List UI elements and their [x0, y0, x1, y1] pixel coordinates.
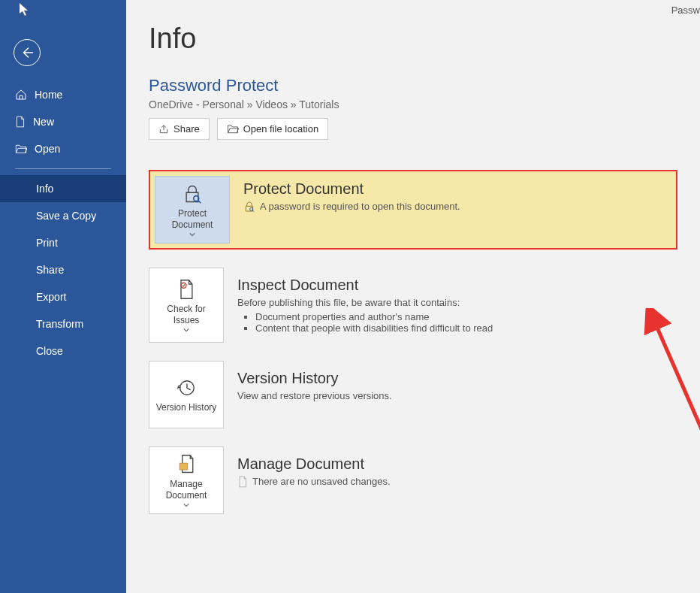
inspect-bullet: Document properties and author's name	[255, 311, 664, 322]
document-small-icon	[237, 476, 248, 488]
tile-label: Version History	[156, 402, 217, 413]
nav-label: New	[33, 116, 54, 128]
open-file-location-button[interactable]: Open file location	[217, 118, 328, 140]
version-history-section: Version History Version History View and…	[149, 361, 677, 428]
nav-new[interactable]: New	[0, 108, 126, 135]
nav-label: Print	[36, 237, 58, 249]
open-folder-icon	[15, 144, 27, 154]
lock-key-icon	[182, 183, 203, 205]
new-doc-icon	[15, 116, 26, 128]
button-label: Open file location	[243, 123, 318, 135]
nav-print[interactable]: Print	[0, 229, 126, 256]
button-label: Share	[173, 123, 200, 135]
chevron-down-icon	[183, 328, 189, 332]
nav-label: Export	[36, 291, 66, 303]
breadcrumb: OneDrive - Personal » Videos » Tutorials	[149, 98, 677, 110]
svg-rect-4	[180, 463, 188, 470]
title-text-fragment: Passw	[671, 5, 700, 16]
version-title: Version History	[237, 370, 664, 387]
back-button[interactable]	[14, 39, 41, 66]
chevron-down-icon	[183, 503, 189, 507]
nav-home[interactable]: Home	[0, 81, 126, 108]
manage-desc: There are no unsaved changes.	[252, 476, 391, 487]
inspect-bullet: Content that people with disabilities fi…	[255, 322, 664, 334]
document-folder-icon	[177, 453, 196, 476]
nav-open[interactable]: Open	[0, 135, 126, 162]
nav-save-a-copy[interactable]: Save a Copy	[0, 202, 126, 229]
protect-document-section: Protect Document Protect Document A pass…	[149, 170, 677, 250]
backstage-sidebar: Home New Open Info Save a Copy Print Sha…	[0, 0, 126, 593]
svg-line-5	[652, 316, 700, 556]
nav-label: Open	[35, 143, 60, 155]
manage-document-tile[interactable]: Manage Document	[149, 446, 224, 514]
nav-export[interactable]: Export	[0, 283, 126, 310]
tile-label: Manage Document	[154, 479, 219, 501]
chevron-down-icon	[189, 232, 195, 237]
nav-info[interactable]: Info	[0, 175, 126, 202]
share-icon	[158, 124, 169, 135]
arrow-left-icon	[20, 46, 34, 59]
history-icon	[177, 377, 196, 399]
version-desc: View and restore previous versions.	[237, 390, 392, 401]
tile-label: Check for Issues	[154, 304, 219, 326]
inspect-lead: Before publishing this file, be aware th…	[237, 297, 460, 308]
nav-close[interactable]: Close	[0, 337, 126, 365]
version-history-tile[interactable]: Version History	[149, 361, 224, 428]
protect-title: Protect Document	[243, 180, 662, 198]
document-check-icon	[177, 278, 196, 301]
manage-document-section: Manage Document Manage Document There ar…	[149, 446, 677, 514]
nav-label: Save a Copy	[36, 210, 96, 222]
nav-share[interactable]: Share	[0, 256, 126, 283]
protect-document-tile[interactable]: Protect Document	[155, 176, 230, 244]
nav-label: Home	[35, 89, 62, 101]
tile-label: Protect Document	[160, 208, 225, 231]
nav-separator	[15, 168, 111, 169]
lock-small-icon	[243, 201, 255, 213]
nav-label: Transform	[36, 318, 83, 330]
nav-transform[interactable]: Transform	[0, 310, 126, 337]
nav-label: Share	[36, 264, 64, 276]
document-title: Password Protect	[149, 76, 677, 95]
nav-label: Info	[36, 183, 53, 195]
protect-desc: A password is required to open this docu…	[260, 201, 460, 212]
inspect-title: Inspect Document	[237, 277, 664, 294]
check-for-issues-tile[interactable]: Check for Issues	[149, 268, 224, 343]
annotation-arrow-icon	[637, 308, 700, 571]
page-title: Info	[149, 23, 677, 55]
nav-label: Close	[36, 345, 63, 357]
inspect-document-section: Check for Issues Inspect Document Before…	[149, 268, 677, 343]
home-icon	[15, 89, 27, 101]
manage-title: Manage Document	[237, 455, 664, 473]
main-content: Passw Info Password Protect OneDrive - P…	[126, 0, 700, 593]
folder-icon	[227, 124, 239, 134]
share-button[interactable]: Share	[149, 118, 210, 140]
